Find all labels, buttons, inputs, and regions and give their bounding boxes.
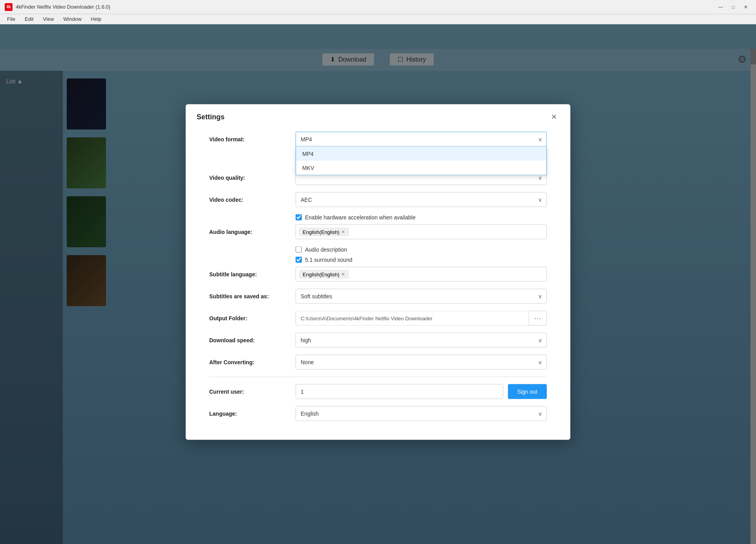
after-converting-control: None ∨	[296, 355, 547, 370]
after-converting-row: After Converting: None ∨	[209, 355, 547, 370]
video-format-select[interactable]: MP4 ∨	[296, 132, 547, 147]
audio-desc-checkbox[interactable]	[296, 246, 302, 253]
hw-accel-label: Enable hardware acceleration when availa…	[305, 214, 416, 221]
hw-accel-row: Enable hardware acceleration when availa…	[296, 214, 547, 221]
after-converting-label: After Converting:	[209, 359, 296, 365]
dropdown-option-mp4[interactable]: MP4	[296, 147, 546, 161]
after-converting-select[interactable]: None ∨	[296, 355, 547, 370]
subtitles-saved-value: Soft subtitles	[301, 293, 332, 299]
menu-help[interactable]: Help	[87, 15, 106, 23]
audio-language-tag-remove[interactable]: ✕	[341, 229, 345, 235]
video-format-arrow-icon: ∨	[538, 136, 542, 142]
video-codec-select[interactable]: AEC ∨	[296, 192, 547, 207]
folder-row: ···	[296, 311, 547, 326]
subtitle-language-tag-value: English(English)	[303, 271, 340, 277]
output-folder-browse-button[interactable]: ···	[529, 311, 547, 326]
user-row: Sign out	[296, 384, 547, 399]
audio-language-row: Audio language: English(English) ✕	[209, 225, 547, 239]
menu-file[interactable]: File	[3, 15, 19, 23]
video-codec-label: Video codec:	[209, 197, 296, 203]
language-arrow-icon: ∨	[538, 411, 542, 417]
subtitles-saved-control: Soft subtitles ∨	[296, 289, 547, 304]
language-value: English	[301, 411, 319, 417]
menu-bar: File Edit View Window Help	[0, 14, 756, 24]
language-select[interactable]: English ∨	[296, 406, 547, 421]
audio-language-control: English(English) ✕	[296, 225, 547, 239]
audio-language-label: Audio language:	[209, 229, 296, 235]
video-codec-control: AEC ∨	[296, 192, 547, 207]
dialog-body: Video format: MP4 ∨ MP4 MKV Video qualit…	[186, 128, 570, 440]
settings-dialog: Settings ✕ Video format: MP4 ∨ MP4 MKV V…	[186, 104, 570, 440]
subtitle-language-input[interactable]: English(English) ✕	[296, 267, 547, 282]
video-format-row: Video format: MP4 ∨ MP4 MKV	[209, 132, 547, 147]
surround-sound-row: 5.1 surround sound	[296, 257, 547, 263]
minimize-button[interactable]: —	[715, 3, 726, 11]
audio-desc-row: Audio description	[296, 246, 547, 253]
language-label: Language:	[209, 411, 296, 417]
audio-language-tag-value: English(English)	[303, 229, 340, 235]
video-quality-arrow-icon: ∨	[538, 175, 542, 181]
dropdown-option-mkv[interactable]: MKV	[296, 161, 546, 175]
close-window-button[interactable]: ✕	[740, 3, 751, 11]
current-user-control: Sign out	[296, 384, 547, 399]
output-folder-input[interactable]	[296, 311, 529, 326]
current-user-row: Current user: Sign out	[209, 384, 547, 399]
dialog-header: Settings ✕	[186, 104, 570, 128]
subtitle-language-tag-remove[interactable]: ✕	[341, 272, 345, 277]
subtitle-language-row: Subtitle language: English(English) ✕	[209, 267, 547, 282]
download-speed-value: high	[301, 337, 311, 343]
language-control: English ∨	[296, 406, 547, 421]
download-speed-select[interactable]: high ∨	[296, 333, 547, 348]
audio-desc-label: Audio description	[305, 246, 347, 253]
current-user-input[interactable]	[296, 384, 503, 399]
download-speed-label: Download speed:	[209, 337, 296, 343]
hw-accel-checkbox[interactable]	[296, 214, 302, 221]
subtitles-saved-arrow-icon: ∨	[538, 293, 542, 299]
after-converting-arrow-icon: ∨	[538, 359, 542, 365]
menu-edit[interactable]: Edit	[21, 15, 37, 23]
sign-out-button[interactable]: Sign out	[508, 384, 547, 399]
audio-language-input[interactable]: English(English) ✕	[296, 225, 547, 239]
current-user-label: Current user:	[209, 389, 296, 395]
language-row: Language: English ∨	[209, 406, 547, 421]
video-codec-value: AEC	[301, 197, 312, 203]
dialog-title: Settings	[197, 113, 225, 121]
output-folder-row: Output Folder: ···	[209, 311, 547, 326]
surround-sound-label: 5.1 surround sound	[305, 257, 352, 263]
video-format-dropdown: MP4 MKV	[296, 147, 547, 175]
section-divider	[209, 377, 547, 377]
dialog-close-button[interactable]: ✕	[548, 111, 559, 122]
menu-view[interactable]: View	[39, 15, 58, 23]
subtitles-saved-select[interactable]: Soft subtitles ∨	[296, 289, 547, 304]
download-speed-control: high ∨	[296, 333, 547, 348]
video-format-value: MP4	[301, 136, 312, 142]
subtitle-language-tag: English(English) ✕	[299, 270, 349, 278]
video-quality-label: Video quality:	[209, 175, 296, 181]
download-speed-row: Download speed: high ∨	[209, 333, 547, 348]
subtitle-language-label: Subtitle language:	[209, 271, 296, 277]
after-converting-value: None	[301, 359, 314, 365]
output-folder-label: Output Folder:	[209, 315, 296, 321]
surround-sound-checkbox[interactable]	[296, 257, 302, 263]
audio-language-tag: English(English) ✕	[299, 228, 349, 236]
video-codec-arrow-icon: ∨	[538, 197, 542, 203]
maximize-button[interactable]: □	[728, 3, 739, 11]
video-codec-row: Video codec: AEC ∨	[209, 192, 547, 207]
subtitle-language-control: English(English) ✕	[296, 267, 547, 282]
video-format-control: MP4 ∨ MP4 MKV	[296, 132, 547, 147]
window-controls: — □ ✕	[715, 3, 751, 11]
menu-window[interactable]: Window	[59, 15, 85, 23]
subtitles-saved-label: Subtitles are saved as:	[209, 293, 296, 299]
download-speed-arrow-icon: ∨	[538, 337, 542, 343]
subtitles-saved-row: Subtitles are saved as: Soft subtitles ∨	[209, 289, 547, 304]
output-folder-control: ···	[296, 311, 547, 326]
app-logo: 4k	[5, 3, 13, 11]
video-format-label: Video format:	[209, 136, 296, 142]
title-bar: 4k 4kFinder Netflix Video Downloader (1.…	[0, 0, 756, 14]
window-title: 4kFinder Netflix Video Downloader (1.6.0…	[16, 4, 715, 10]
